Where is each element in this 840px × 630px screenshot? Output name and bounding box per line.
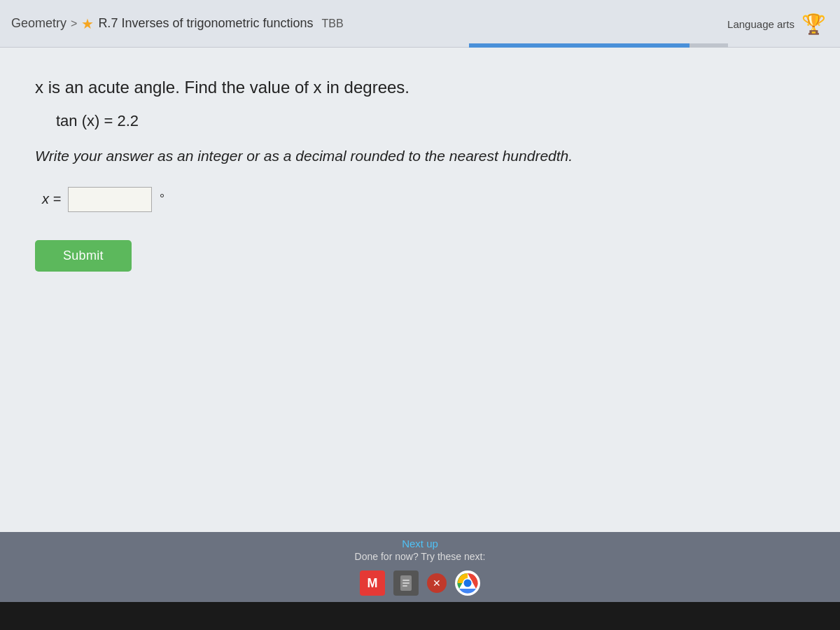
- done-for-now-text: Done for now? Try these next:: [355, 551, 486, 562]
- equation-text: tan (x) = 2.2: [56, 112, 805, 130]
- top-right-area: Language arts 🏆: [727, 0, 840, 48]
- submit-button[interactable]: Submit: [35, 240, 132, 272]
- breadcrumb: Geometry > ★ R.7 Inverses of trigonometr…: [11, 15, 344, 32]
- taskbar: Next up Done for now? Try these next: M …: [0, 532, 840, 602]
- svg-point-6: [464, 580, 472, 587]
- taskbar-icons: M ✕: [360, 570, 480, 596]
- degree-symbol: °: [159, 192, 164, 206]
- next-up-text: Next up: [355, 538, 486, 550]
- breadcrumb-lesson[interactable]: R.7 Inverses of trigonometric functions: [98, 16, 313, 31]
- gmail-icon[interactable]: M: [360, 570, 385, 596]
- screen: Geometry > ★ R.7 Inverses of trigonometr…: [0, 0, 840, 602]
- svg-rect-3: [402, 585, 407, 587]
- main-content: x is an acute angle. Find the value of x…: [0, 48, 840, 532]
- breadcrumb-badge: TBB: [322, 18, 344, 30]
- answer-row: x = °: [42, 187, 805, 212]
- close-icon[interactable]: ✕: [427, 573, 447, 593]
- svg-rect-1: [402, 580, 410, 581]
- answer-label: x =: [42, 191, 61, 207]
- question-line1: x is an acute angle. Find the value of x…: [35, 76, 805, 99]
- next-up-container: Next up Done for now? Try these next:: [355, 538, 486, 562]
- breadcrumb-chevron: >: [71, 18, 77, 30]
- chrome-icon[interactable]: [455, 570, 480, 596]
- file-icon[interactable]: [393, 570, 419, 596]
- language-arts-label[interactable]: Language arts: [727, 18, 794, 30]
- svg-rect-2: [402, 582, 410, 584]
- bottom-strip: [0, 602, 840, 630]
- star-icon: ★: [81, 15, 94, 32]
- trophy-icon: 🏆: [802, 13, 826, 36]
- breadcrumb-geometry[interactable]: Geometry: [11, 16, 66, 31]
- answer-input[interactable]: [68, 187, 152, 212]
- instruction-text: Write your answer as an integer or as a …: [35, 146, 805, 166]
- top-bar: Geometry > ★ R.7 Inverses of trigonometr…: [0, 0, 840, 48]
